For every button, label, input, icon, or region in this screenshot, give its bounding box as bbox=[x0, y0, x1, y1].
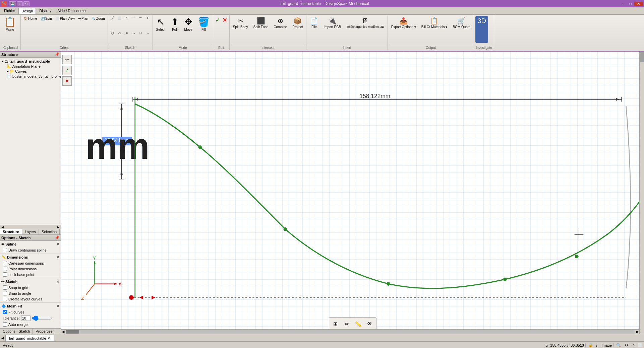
sketch-collapse-btn[interactable]: ✕ bbox=[56, 280, 59, 284]
dimensions-collapse-btn[interactable]: ✕ bbox=[56, 255, 59, 260]
checkbox-fit-curves[interactable] bbox=[3, 310, 7, 314]
tab-layers[interactable]: Layers bbox=[22, 229, 39, 234]
proj-btn[interactable]: ↘ bbox=[130, 31, 137, 35]
ribbon-group-sketch: ╱ ⬜ ○ ⌒ 〰 ✦ ⬡ ⬭ ≋ ↘ ✂ ↔ Sketch bbox=[108, 15, 153, 50]
redo-btn[interactable]: ↪ bbox=[23, 1, 30, 6]
export-options-icon: 📤 bbox=[399, 17, 408, 24]
import-pcb-btn[interactable]: 🔌 Import PCB bbox=[321, 16, 343, 43]
checkbox-polar[interactable] bbox=[3, 267, 7, 271]
close-btn[interactable]: ✕ bbox=[634, 2, 643, 6]
scroll-left[interactable]: ◀ bbox=[1, 225, 4, 229]
canvas-btn-view[interactable]: 👁 bbox=[365, 319, 375, 329]
cp1[interactable] bbox=[198, 145, 202, 149]
outer-curve-gray bbox=[626, 106, 630, 288]
checkbox-snap-grid[interactable] bbox=[3, 285, 7, 290]
combine-btn[interactable]: ⊕ Combine bbox=[272, 16, 289, 43]
plan-btn[interactable]: ➡Plan bbox=[77, 16, 90, 21]
canvas-btn-snap[interactable]: ✏ bbox=[342, 319, 352, 329]
tree-item-root[interactable]: ▼ 🗂 tail_guard_instructable bbox=[1, 59, 59, 64]
h-scrollbar[interactable]: ◀ ▶ bbox=[61, 329, 639, 334]
menu-design[interactable]: Design bbox=[18, 8, 36, 14]
menu-fichier[interactable]: Fichier bbox=[1, 8, 18, 14]
pt-btn[interactable]: ✦ bbox=[144, 16, 151, 20]
circle-btn[interactable]: ○ bbox=[123, 16, 130, 20]
checkbox-layout-curves[interactable] bbox=[3, 297, 7, 301]
spin-btn[interactable]: 🔄Spin bbox=[39, 16, 53, 21]
extend-btn[interactable]: ↔ bbox=[144, 31, 151, 35]
zoom-btn[interactable]: 🔍Zoom bbox=[90, 16, 106, 21]
scroll-left-btn[interactable]: ◀ bbox=[61, 330, 65, 334]
check-btn[interactable]: ✓ bbox=[215, 16, 221, 24]
offset-btn[interactable]: ≋ bbox=[123, 31, 130, 35]
undo-btn[interactable]: ↩ bbox=[17, 1, 23, 6]
pull-btn[interactable]: ⬆ Pull bbox=[169, 16, 181, 43]
trim-btn[interactable]: ✂ bbox=[137, 31, 144, 35]
tree-arrow-curves[interactable]: ▶ bbox=[7, 70, 9, 73]
spline-btn[interactable]: 〰 bbox=[137, 16, 144, 20]
maximize-btn[interactable]: □ bbox=[627, 2, 634, 6]
tab-options-sketch[interactable]: Options - Sketch bbox=[0, 329, 33, 334]
file-btn[interactable]: 📄 File bbox=[308, 16, 320, 43]
tree-arrow-root[interactable]: ▼ bbox=[1, 60, 4, 63]
h-scrollbar-thumb[interactable] bbox=[66, 330, 79, 334]
pin-icon[interactable]: 📌 bbox=[55, 52, 59, 57]
cross-btn[interactable]: ✕ bbox=[222, 16, 228, 24]
download-3d-btn[interactable]: 🖥 Télécharger les modèles 3D bbox=[344, 16, 386, 43]
tolerance-input[interactable] bbox=[21, 316, 31, 321]
label-lock-base: Lock base point bbox=[8, 273, 34, 277]
paste-btn[interactable]: 📋 Paste bbox=[2, 16, 18, 43]
menu-aide[interactable]: Aide / Ressources bbox=[55, 8, 90, 14]
checkbox-snap-angle[interactable] bbox=[3, 291, 7, 295]
tab-structure[interactable]: Structure bbox=[0, 229, 22, 234]
checkbox-continuous-spline[interactable] bbox=[3, 248, 7, 252]
arc-btn[interactable]: ⌒ bbox=[130, 16, 137, 21]
cp5[interactable] bbox=[575, 255, 579, 258]
v-scrollbar[interactable] bbox=[639, 52, 644, 334]
3d-btn[interactable]: 3D bbox=[475, 16, 488, 43]
save-btn[interactable]: 💾 bbox=[9, 1, 16, 6]
canvas-area[interactable]: ✏ ✓ ✕ 158.122mm 23.541mm bbox=[61, 52, 644, 334]
options-pin-icon[interactable]: 📌 bbox=[55, 235, 59, 240]
tolerance-slider[interactable] bbox=[32, 316, 52, 321]
spline-collapse-btn[interactable]: ✕ bbox=[56, 242, 59, 247]
tree-item-annotation[interactable]: 📐 Annotation Plane bbox=[1, 64, 59, 69]
tab-selection[interactable]: Selection bbox=[39, 229, 60, 234]
scroll-right[interactable]: ▶ bbox=[57, 225, 59, 229]
meshfit-collapse-btn[interactable]: ✕ bbox=[56, 304, 59, 308]
tree-item-curves[interactable]: ▶ 📁 Curves bbox=[1, 69, 59, 74]
tree-item-profile[interactable]: 📄 bustin_modela_33_tail_profile bbox=[1, 74, 59, 79]
fill-btn[interactable]: 🪣 Fill bbox=[196, 16, 212, 43]
cp4[interactable] bbox=[503, 277, 507, 281]
ellipse-btn[interactable]: ⬭ bbox=[116, 31, 123, 36]
tab-close-btn[interactable]: ✕ bbox=[48, 337, 50, 340]
line-btn[interactable]: ╱ bbox=[109, 16, 116, 20]
planview-btn[interactable]: ⬜Plan View bbox=[54, 16, 76, 21]
canvas-btn-measure[interactable]: 📏 bbox=[353, 319, 363, 329]
select-btn[interactable]: ↖ Select bbox=[154, 16, 168, 43]
checkbox-auto-merge[interactable] bbox=[3, 322, 7, 327]
split-face-btn[interactable]: ⬛ Split Face bbox=[251, 16, 270, 43]
checkbox-cartesian[interactable] bbox=[3, 261, 7, 265]
tab-properties[interactable]: Properties bbox=[33, 329, 55, 334]
status-lock-icon: 🔒 bbox=[588, 343, 593, 347]
move-btn[interactable]: ✥ Move bbox=[182, 16, 194, 43]
v-scrollbar-thumb[interactable] bbox=[640, 52, 644, 62]
tab-nav-left[interactable]: ◀ bbox=[0, 335, 5, 341]
home-btn[interactable]: 🏠Home bbox=[22, 16, 39, 21]
h-scrollbar-track[interactable] bbox=[66, 330, 635, 334]
poly-btn[interactable]: ⬡ bbox=[109, 31, 116, 35]
project-btn[interactable]: 📦 Project bbox=[290, 16, 305, 43]
bom-btn[interactable]: 📋 Bill Of Materials ▾ bbox=[419, 16, 450, 43]
export-options-btn[interactable]: 📤 Export Options ▾ bbox=[389, 16, 418, 43]
minimize-btn[interactable]: ─ bbox=[620, 2, 627, 6]
menu-display[interactable]: Display bbox=[37, 8, 54, 14]
canvas-btn-grid[interactable]: ⊞ bbox=[331, 319, 341, 329]
scroll-right-btn[interactable]: ▶ bbox=[635, 330, 639, 334]
split-body-btn[interactable]: ✂ Split Body bbox=[231, 16, 250, 43]
checkbox-lock-base[interactable] bbox=[3, 272, 7, 277]
cp3[interactable] bbox=[387, 282, 390, 286]
bom-quote-btn[interactable]: 🛒 BOM Quote bbox=[451, 16, 472, 43]
cp2[interactable] bbox=[283, 227, 287, 231]
tab-main[interactable]: tail_guard_instructable ✕ bbox=[5, 335, 54, 341]
rect-btn[interactable]: ⬜ bbox=[116, 16, 123, 20]
